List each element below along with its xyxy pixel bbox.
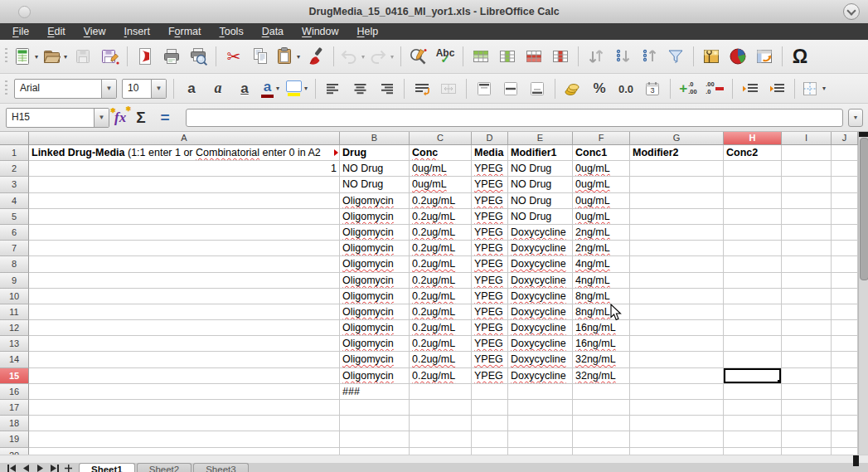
row-header-16[interactable]: 16 <box>0 384 29 400</box>
cell-G13[interactable] <box>630 336 724 352</box>
delete-rows-button[interactable] <box>521 44 546 69</box>
cell-B20[interactable] <box>340 448 410 455</box>
cell-G18[interactable] <box>630 416 724 431</box>
cell-F3[interactable]: 0ug/mL <box>573 177 630 192</box>
cell-I13[interactable] <box>782 336 832 352</box>
insert-columns-button[interactable] <box>495 44 520 69</box>
cell-F12[interactable]: 16ng/mL <box>573 320 630 336</box>
cell-C20[interactable] <box>410 448 472 455</box>
row-header-4[interactable]: 4 <box>0 193 29 209</box>
cell-G2[interactable] <box>630 161 724 177</box>
cell-I9[interactable] <box>782 273 832 289</box>
cell-H8[interactable] <box>724 256 782 272</box>
insert-image-button[interactable] <box>699 44 724 69</box>
row-header-15[interactable]: 15 <box>0 368 29 384</box>
cell-D3[interactable]: YPEG <box>472 177 508 192</box>
italic-button[interactable]: a <box>206 76 230 101</box>
cell-I17[interactable] <box>782 400 832 416</box>
cell-E14[interactable]: Doxycycline <box>508 352 573 367</box>
date-button[interactable]: 3 <box>640 76 665 101</box>
add-decimal-button[interactable]: +.0.00 <box>676 76 701 101</box>
decrease-indent-button[interactable] <box>764 76 789 101</box>
cell-I12[interactable] <box>782 320 832 336</box>
cell-H7[interactable] <box>724 241 782 256</box>
row-header-14[interactable]: 14 <box>0 352 29 367</box>
cell-A3[interactable] <box>29 177 340 192</box>
cell-B17[interactable] <box>340 400 410 416</box>
paste-button[interactable]: ▾ <box>274 44 302 69</box>
cell-B2[interactable]: NO Drug <box>340 161 410 177</box>
cell-D20[interactable] <box>472 448 508 455</box>
sheet-tab-sheet2[interactable]: Sheet2 <box>137 463 192 472</box>
cell-C9[interactable]: 0.2ug/mL <box>410 273 472 289</box>
horizontal-scrollbar[interactable] <box>0 455 868 463</box>
cell-C11[interactable]: 0.2ug/mL <box>410 304 472 320</box>
cell-C19[interactable] <box>410 431 472 447</box>
cell-E12[interactable]: Doxycycline <box>508 320 573 336</box>
cell-B7[interactable]: Oligomycin <box>340 241 410 256</box>
cell-C5[interactable]: 0.2ug/mL <box>410 209 472 225</box>
cut-button[interactable]: ✂ <box>221 44 246 69</box>
column-header-B[interactable]: B <box>340 132 410 145</box>
cell-B14[interactable]: Oligomycin <box>340 352 410 367</box>
cell-G10[interactable] <box>630 289 724 304</box>
row-header-8[interactable]: 8 <box>0 256 29 272</box>
cell-A13[interactable] <box>29 336 340 352</box>
cell-F8[interactable]: 4ng/mL <box>573 256 630 272</box>
bold-button[interactable]: a <box>179 76 204 101</box>
cell-E7[interactable]: Doxycycline <box>508 241 573 256</box>
cell-I15[interactable] <box>782 368 832 384</box>
cell-G17[interactable] <box>630 400 724 416</box>
cell-G19[interactable] <box>630 431 724 447</box>
cell-H11[interactable] <box>724 304 782 320</box>
cell-J11[interactable] <box>832 304 858 320</box>
cell-I20[interactable] <box>782 448 832 455</box>
cell-E18[interactable] <box>508 416 573 431</box>
sort-button[interactable] <box>584 44 609 69</box>
open-button[interactable]: ▾ <box>41 44 69 69</box>
sort-ascending-button[interactable] <box>610 44 635 69</box>
cell-H17[interactable] <box>724 400 782 416</box>
cell-A9[interactable] <box>29 273 340 289</box>
cell-D7[interactable]: YPEG <box>472 241 508 256</box>
increase-indent-button[interactable] <box>738 76 763 101</box>
cell-B19[interactable] <box>340 431 410 447</box>
column-header-A[interactable]: A <box>29 132 340 145</box>
column-header-F[interactable]: F <box>573 132 630 145</box>
cell-D16[interactable] <box>472 384 508 400</box>
align-left-button[interactable] <box>321 76 346 101</box>
row-header-7[interactable]: 7 <box>0 241 29 256</box>
cell-A14[interactable] <box>29 352 340 367</box>
cell-G1[interactable]: Modifier2 <box>630 145 724 161</box>
cell-I14[interactable] <box>782 352 832 367</box>
cell-J20[interactable] <box>832 448 858 455</box>
cell-G6[interactable] <box>630 225 724 241</box>
dropdown-arrow-icon[interactable]: ▾ <box>33 53 40 61</box>
row-header-12[interactable]: 12 <box>0 320 29 336</box>
formula-input[interactable] <box>186 109 843 127</box>
name-box-dropdown[interactable]: ▼ <box>94 109 109 127</box>
spelling-button[interactable]: Abc✓ <box>433 44 458 69</box>
cell-I2[interactable] <box>782 161 832 177</box>
cell-A2[interactable]: 1 <box>29 161 340 177</box>
cell-J5[interactable] <box>832 209 858 225</box>
cell-D12[interactable]: YPEG <box>472 320 508 336</box>
row-header-13[interactable]: 13 <box>0 336 29 352</box>
cell-A6[interactable] <box>29 225 340 241</box>
column-header-I[interactable]: I <box>782 132 832 145</box>
cell-F6[interactable]: 2ng/mL <box>573 225 630 241</box>
formula-button[interactable]: = <box>153 109 177 127</box>
dropdown-arrow-icon[interactable]: ▾ <box>360 53 366 61</box>
print-preview-button[interactable] <box>186 44 211 69</box>
cell-F19[interactable] <box>573 431 630 447</box>
number-button[interactable]: 0.0 <box>613 76 638 101</box>
align-center-button[interactable] <box>347 76 372 101</box>
cell-H6[interactable] <box>724 225 782 241</box>
horizontal-split-handle[interactable] <box>853 455 859 466</box>
row-header-18[interactable]: 18 <box>0 416 29 431</box>
cell-J13[interactable] <box>832 336 858 352</box>
window-menu-button[interactable] <box>843 3 860 20</box>
cell-I3[interactable] <box>782 177 832 192</box>
cell-B3[interactable]: NO Drug <box>340 177 410 192</box>
cell-H18[interactable] <box>724 416 782 431</box>
